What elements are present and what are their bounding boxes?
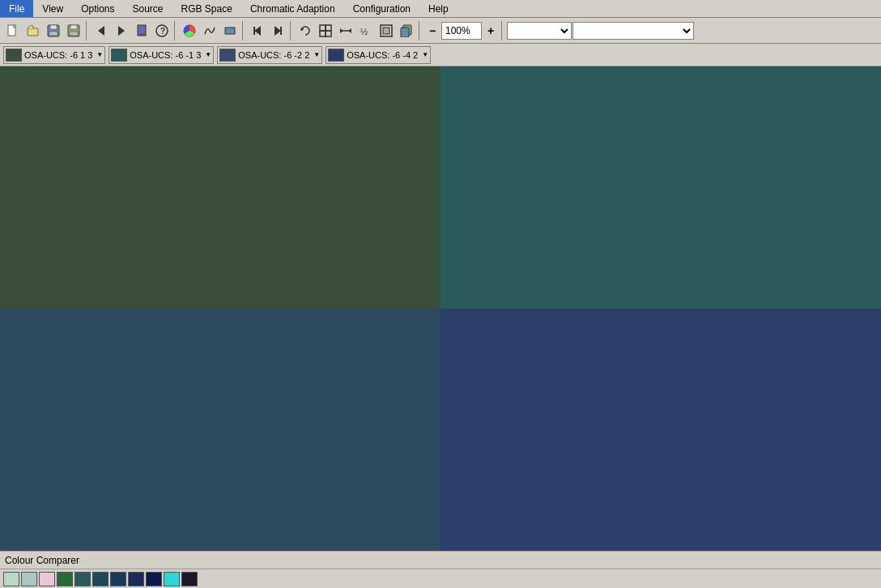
save-button[interactable] [44,21,63,40]
next-button[interactable] [112,21,131,40]
palette-swatch-7[interactable] [110,572,126,586]
palette-swatch-10[interactable] [164,572,180,586]
svg-marker-18 [275,26,281,36]
svg-marker-27 [348,28,351,33]
dropdown-1[interactable] [507,22,572,40]
palette-bar [0,569,881,588]
bookmark-button[interactable] [132,21,151,40]
color-label-1: OSA-UCS: -6 1 3 [24,50,92,60]
canvas-grid [0,66,881,551]
quad-bottom-right [440,309,881,551]
tag-button[interactable] [316,21,335,40]
menu-view[interactable]: View [33,0,72,17]
zoom-level-text: 100% [445,25,470,36]
palette-swatch-3[interactable] [39,572,55,586]
svg-marker-16 [254,26,261,36]
color-selector-4[interactable]: OSA-UCS: -6 -4 2 ▼ [326,46,431,64]
svg-text:½: ½ [360,27,368,36]
svg-rect-4 [49,32,57,36]
svg-rect-21 [320,25,326,31]
zoom-in-button[interactable]: + [483,21,499,40]
color-selector-2[interactable]: OSA-UCS: -6 -1 3 ▼ [109,46,214,64]
save-as-button[interactable] [64,21,83,40]
svg-rect-17 [253,27,255,35]
quad-top-right [440,66,881,309]
color-selector-3[interactable]: OSA-UCS: -6 -2 2 ▼ [217,46,322,64]
color-dropdown-arrow-2: ▼ [205,51,211,58]
palette-swatch-8[interactable] [128,572,144,586]
svg-rect-7 [70,32,78,36]
palette-swatch-2[interactable] [21,572,37,586]
separator-3 [242,21,245,40]
expand-button[interactable] [377,21,396,40]
canvas-wrapper [0,66,881,551]
color-dropdown-arrow-1: ▼ [96,51,103,58]
curve-button[interactable] [200,21,219,40]
refresh-button[interactable] [296,21,315,40]
svg-marker-8 [98,26,104,36]
svg-rect-24 [326,31,331,36]
svg-rect-23 [320,31,326,36]
menu-options[interactable]: Options [72,0,123,17]
arrows-button[interactable] [336,21,355,40]
quad-bottom-left [0,309,440,551]
color-swatch-2 [111,49,127,62]
color-label-2: OSA-UCS: -6 -1 3 [130,50,201,60]
palette-swatch-4[interactable] [57,572,73,586]
menu-bar: File View Options Source RGB Space Chrom… [0,0,881,18]
menu-help[interactable]: Help [419,0,458,17]
separator-4 [290,21,293,40]
svg-rect-1 [28,28,38,36]
color-swatch-1 [6,49,22,62]
back-button[interactable] [248,21,267,40]
separator-5 [419,21,422,40]
dropdown-2[interactable] [572,22,694,40]
svg-rect-19 [280,27,282,35]
separator-1 [86,21,89,40]
zoom-display: 100% [441,22,482,40]
svg-rect-30 [383,28,389,34]
copy-button[interactable] [397,21,416,40]
color-swatch-4 [328,49,344,62]
palette-swatch-1[interactable] [3,572,19,586]
svg-rect-3 [50,25,57,29]
color-selector-bar: OSA-UCS: -6 1 3 ▼ OSA-UCS: -6 -1 3 ▼ OSA… [0,44,881,66]
menu-source[interactable]: Source [124,0,172,17]
half-button[interactable]: ½ [356,21,376,40]
svg-text:?: ? [160,27,165,36]
svg-rect-22 [326,25,331,31]
svg-rect-6 [70,25,77,29]
color-label-4: OSA-UCS: -6 -4 2 [347,50,418,60]
palette-swatch-5[interactable] [74,572,91,586]
color-swatch-3 [219,49,236,62]
quad-top-left [0,66,440,309]
svg-rect-15 [225,28,235,34]
toolbar: ? ½ − [0,18,881,44]
color-dropdown-arrow-4: ▼ [422,51,428,58]
menu-rgb-space[interactable]: RGB Space [172,0,241,17]
svg-marker-9 [118,26,125,36]
svg-marker-26 [340,28,343,33]
rect-button[interactable] [220,21,240,40]
separator-6 [501,21,504,40]
info-button[interactable]: ? [152,21,172,40]
zoom-out-button[interactable]: − [424,21,440,40]
color-dropdown-arrow-3: ▼ [313,51,320,58]
new-button[interactable] [3,21,23,40]
status-text: Colour Comparer [5,555,79,566]
prev-button[interactable] [92,21,111,40]
color-selector-1[interactable]: OSA-UCS: -6 1 3 ▼ [3,46,105,64]
main-content: Colour Comparer [0,66,881,588]
palette-swatch-11[interactable] [181,572,198,586]
status-bar: Colour Comparer [0,551,881,569]
forward-button[interactable] [268,21,287,40]
menu-file[interactable]: File [0,0,33,17]
palette-swatch-6[interactable] [92,572,109,586]
color-wheel-button[interactable] [180,21,199,40]
menu-configuration[interactable]: Configuration [344,0,419,17]
palette-swatch-9[interactable] [146,572,162,586]
svg-rect-32 [401,28,409,37]
menu-chromatic-adaption[interactable]: Chromatic Adaption [241,0,344,17]
color-label-3: OSA-UCS: -6 -2 2 [238,50,309,60]
open-button[interactable] [23,21,43,40]
